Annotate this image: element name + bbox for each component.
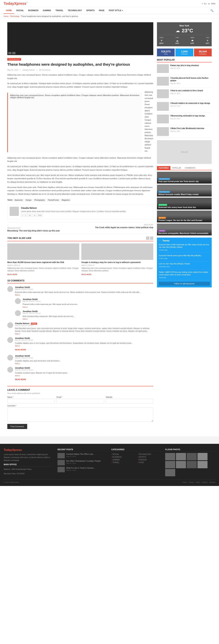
footer-logo[interactable]: TodayXpress	[4, 448, 54, 452]
also-like-prev-btn[interactable]: ‹	[146, 236, 149, 240]
footer-cat-5[interactable]: SPORTS	[138, 456, 162, 458]
flickr-thumb-2[interactable]	[187, 453, 197, 460]
breadcrumb-home[interactable]: Home	[4, 15, 8, 17]
flickr-thumb-7[interactable]	[198, 461, 208, 468]
breadcrumb-section[interactable]: Technology	[10, 15, 19, 17]
tag-magazine[interactable]: Magazine	[60, 199, 71, 202]
popular-title-0[interactable]: Flames tap Jets in long shootout	[170, 64, 212, 67]
author-name[interactable]: Claudia Nelson	[21, 207, 151, 209]
footer-link-privacy[interactable]: Privacy	[188, 482, 194, 483]
social-facebook-top[interactable]: f	[202, 2, 202, 5]
comment-textarea[interactable]	[7, 407, 153, 422]
featured-item-3[interactable]: SPORTS Premier League: the race for the …	[157, 210, 212, 222]
play-btn[interactable]	[8, 52, 12, 54]
email-input[interactable]	[56, 399, 104, 403]
footer-link-sitemap[interactable]: Sitemap	[209, 482, 215, 483]
popular-title-4[interactable]: I Mesmerising minimalist to logo design	[170, 114, 212, 117]
featured-item-0[interactable]: TECHNOLOGY Feds open formal probe into T…	[157, 172, 212, 184]
featured-item-1[interactable]: TECHNOLOGY Nielsen forecasts smaller Bla…	[157, 185, 212, 196]
name-input[interactable]	[7, 399, 55, 403]
footer-post-title-0[interactable]: Furniture Makes This Office Look ...	[66, 453, 95, 456]
nav-item-social[interactable]: SOCIAL	[14, 8, 26, 14]
tab-popular[interactable]: POPULAR	[170, 166, 183, 170]
footer-link-home[interactable]: Home	[182, 482, 187, 483]
footer-link-contact[interactable]: Contact	[202, 482, 208, 483]
stop-btn[interactable]	[12, 52, 16, 54]
flickr-thumb-0[interactable]	[165, 453, 175, 460]
nav-item-page[interactable]: PAGE	[97, 8, 106, 14]
also-like-next-btn[interactable]: ›	[150, 236, 153, 240]
nav-item-technology[interactable]: TECHNOLOGY	[66, 8, 84, 14]
read-more-comments-7[interactable]: READ MORE	[15, 378, 153, 380]
post-comment-button[interactable]: Post Comment	[7, 424, 27, 429]
comment-reply-3[interactable]: REPLY	[23, 318, 153, 320]
footer-cat-7[interactable]: FOOD	[138, 461, 162, 464]
footer-post-title-1[interactable]: Box Office 'Refurbished' Crumbles Theate…	[66, 460, 101, 462]
tag-photography[interactable]: Photography	[34, 199, 46, 202]
featured-item-4[interactable]: TRAVEL Barcelona unstoppable, Manchester…	[157, 224, 212, 236]
site-logo[interactable]: TodayXpress™	[4, 2, 28, 6]
author-social-gp[interactable]: G+	[28, 214, 32, 217]
footer-cat-0[interactable]: SOCIAL	[111, 453, 136, 456]
tag-awesome[interactable]: Awesome	[14, 199, 24, 202]
flickr-thumb-6[interactable]	[187, 461, 197, 468]
article-author[interactable]: Claudia Nelson	[22, 69, 35, 71]
featured-item-2[interactable]: BUSINESS Butterball tells turkey fewer f…	[157, 198, 212, 210]
also-like-readmore-1[interactable]: READ MORE	[7, 274, 17, 275]
footer-cat-6[interactable]: FASHION	[138, 458, 162, 461]
also-like-title-2[interactable]: Google is testing a way for users to log…	[82, 261, 153, 264]
also-like-readmore-2[interactable]: READ MORE	[82, 274, 92, 275]
author-social-tw[interactable]: t	[21, 214, 24, 217]
nav-item-gaming[interactable]: GAMING	[41, 8, 53, 14]
footer-cat-4[interactable]: TECHNOLOGY	[138, 453, 162, 456]
author-social-fb[interactable]: f	[24, 214, 27, 217]
footer-cat-2[interactable]: GAMING	[111, 458, 136, 461]
nav-item-post-style[interactable]: POST STYLE +	[106, 8, 125, 14]
next-post[interactable]: NEXT POST Tim Cook refills Apple tax eva…	[80, 224, 153, 232]
video-controls[interactable]	[8, 52, 16, 54]
nav-item-home[interactable]: HOME	[4, 8, 14, 14]
comment-reply-5[interactable]: REPLY	[15, 345, 153, 347]
nav-item-sports[interactable]: SPORTS	[84, 8, 97, 14]
twitter-social-btn[interactable]: 1,644 Followers	[176, 48, 193, 56]
flickr-thumb-3[interactable]	[198, 453, 208, 460]
tab-comments[interactable]: COMMENTS	[183, 166, 197, 170]
popular-title-1[interactable]: I Gravida placerat faciti buena nulca fa…	[170, 77, 212, 82]
comment-reply-2[interactable]: REPLY	[23, 306, 153, 308]
nav-item-business[interactable]: BUSINESS	[26, 8, 41, 14]
tag-themeforest[interactable]: ThemeForest	[47, 199, 60, 202]
footer-cat-3[interactable]: TRAVEL	[111, 461, 136, 464]
comment-reply-1[interactable]: REPLY	[15, 294, 153, 296]
prev-post[interactable]: ‹ PREVIOUS POST Bloomberg: The next big …	[7, 224, 80, 232]
google-social-btn[interactable]: 90,644 Followers	[194, 48, 212, 56]
flickr-thumb-1[interactable]	[176, 453, 186, 460]
search-icon[interactable]: 🔍	[208, 7, 215, 14]
tag-design[interactable]: Design	[25, 199, 32, 202]
social-google-top[interactable]: G+	[204, 2, 207, 5]
author-social-in[interactable]: in	[33, 214, 36, 217]
comment-reply-6[interactable]: REPLY	[15, 363, 153, 364]
read-more-comments-5[interactable]: READ MORE	[15, 349, 153, 351]
flickr-thumb-4[interactable]	[165, 461, 175, 468]
comment-reply-4[interactable]: REPLY	[15, 333, 153, 335]
popular-title-5[interactable]: I Woke First Lake Wroblewski interview	[170, 127, 212, 130]
article-comments-count[interactable]: 33 Comments	[39, 69, 50, 71]
author-social-rss[interactable]: RSS	[37, 214, 43, 217]
footer-cat-1[interactable]: BUSINESS	[111, 456, 136, 458]
popular-title-2[interactable]: I How to use a website to hire a brand	[170, 90, 212, 92]
tab-featured[interactable]: FEATURED	[157, 166, 170, 170]
footer-post-title-2[interactable]: What It's Like to Travel in Geneva ...	[66, 467, 96, 469]
social-rss-top[interactable]: RSS	[211, 2, 215, 5]
footer-link-about[interactable]: About	[196, 482, 200, 483]
social-in-top[interactable]: in	[208, 2, 210, 5]
website-input[interactable]	[106, 399, 153, 403]
comment-reply-7[interactable]: REPLY	[15, 375, 153, 377]
facebook-social-btn[interactable]: 516,573 Fans	[157, 48, 175, 56]
flickr-thumb-8[interactable]	[165, 469, 175, 476]
twitter-follow-link[interactable]: Follow me @todayxpress	[159, 282, 210, 286]
also-like-title-1[interactable]: More than 45,000 drones have been regist…	[7, 261, 79, 264]
popular-title-3[interactable]: I Should retailers be unworried or logo …	[170, 102, 212, 104]
flickr-thumb-5[interactable]	[176, 461, 186, 468]
article-category-tag[interactable]: TECHNOLOGY	[7, 58, 21, 60]
nav-item-travel[interactable]: TRAVEL	[53, 8, 66, 14]
